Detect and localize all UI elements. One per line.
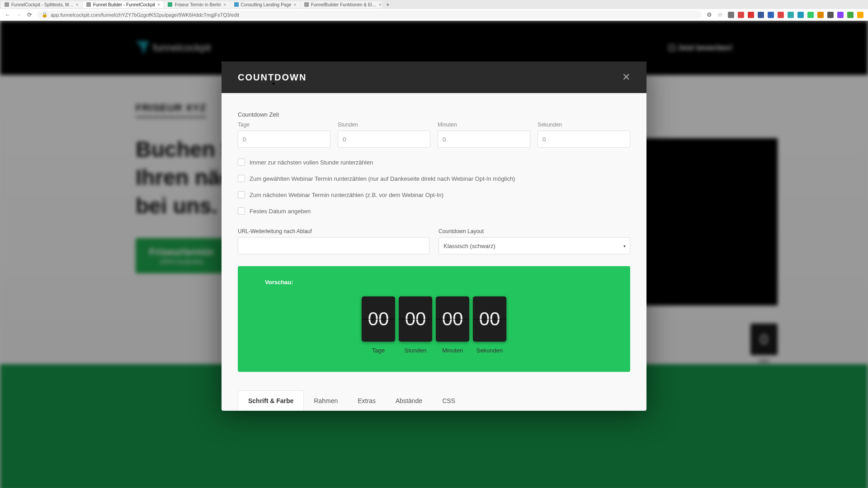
lock-icon: 🔒 <box>42 12 48 18</box>
hours-input[interactable] <box>338 131 430 148</box>
seconds-label: Sekunden <box>538 122 630 128</box>
preview-label: Vorschau: <box>265 279 603 286</box>
countdown-box: 00 <box>362 296 395 342</box>
seconds-input[interactable] <box>538 131 630 148</box>
browser-tab[interactable]: FunnelCockpit - Splittests, M…× <box>1 1 82 8</box>
settings-icon[interactable]: ⚙ <box>706 12 712 18</box>
countdown-value: 00 <box>405 308 426 330</box>
extension-icon[interactable] <box>738 12 744 18</box>
countdown-value: 00 <box>479 308 500 330</box>
favicon-icon <box>234 2 239 7</box>
checkbox-row[interactable]: Zum gewählten Webinar Termin runterzähle… <box>238 175 630 182</box>
close-icon[interactable]: × <box>379 2 382 7</box>
checkbox-row[interactable]: Festes Datum angeben <box>238 207 630 215</box>
reload-button[interactable]: ⟳ <box>26 12 33 18</box>
two-col: URL-Weiterleitung nach Ablauf Countdown … <box>238 228 630 254</box>
cursor-icon: ▾ <box>272 80 275 87</box>
browser-tab[interactable]: Consulting Landing Page× <box>231 1 300 8</box>
layout-label: Countdown Layout <box>439 228 630 235</box>
extension-icon[interactable] <box>857 12 863 18</box>
address-row: ← → ⟳ 🔒 app.funnelcockpit.com/funnel/zhY… <box>0 9 868 21</box>
extensions-row <box>728 12 863 18</box>
checkbox[interactable] <box>238 207 245 215</box>
minutes-label: Minuten <box>438 122 530 128</box>
close-icon[interactable]: × <box>75 2 78 7</box>
url-redirect-input[interactable] <box>238 237 429 254</box>
forward-button[interactable]: → <box>15 12 22 18</box>
countdown-value: 00 <box>442 308 463 330</box>
browser-chrome: FunnelCockpit - Splittests, M…× Funnel B… <box>0 0 868 21</box>
modal-body: ▾ Countdown Zeit Tage Stunden Minuten Se… <box>222 93 646 411</box>
extension-icon[interactable] <box>758 12 764 18</box>
extension-icon[interactable] <box>748 12 754 18</box>
back-button[interactable]: ← <box>5 12 11 18</box>
countdown-item: 00Stunden <box>399 296 432 354</box>
style-tab[interactable]: Extras <box>348 390 386 411</box>
countdown-box: 00 <box>473 296 506 342</box>
browser-tab[interactable]: FunnelBuilder Funktionen & El…× <box>301 1 382 8</box>
close-icon[interactable]: × <box>223 2 226 7</box>
chevron-down-icon: ▾ <box>623 244 626 249</box>
countdown-label: Sekunden <box>473 347 506 354</box>
days-input[interactable] <box>238 131 330 148</box>
section-label: Countdown Zeit <box>238 111 630 118</box>
checkbox-label: Immer zur nächsten vollen Stunde runterz… <box>250 159 373 166</box>
new-tab-button[interactable]: + <box>382 1 393 8</box>
extension-icon[interactable] <box>797 12 804 18</box>
checkbox[interactable] <box>238 175 245 182</box>
countdown-modal: COUNTDOWN ✕ ▾ Countdown Zeit Tage Stunde… <box>222 61 646 411</box>
countdown-row: 00Tage00Stunden00Minuten00Sekunden <box>265 296 603 354</box>
extension-icon[interactable] <box>817 12 824 18</box>
checkbox-label: Zum nächsten Webinar Termin runterzählen… <box>250 192 443 198</box>
minutes-input[interactable] <box>438 131 530 148</box>
extension-icon[interactable] <box>837 12 844 18</box>
url-redirect-label: URL-Weiterleitung nach Ablauf <box>238 228 429 235</box>
extension-icon[interactable] <box>807 12 814 18</box>
close-button[interactable]: ✕ <box>622 71 630 83</box>
tab-title: Friseur Termin in Berlin <box>175 2 221 7</box>
url-text: app.funnelcockpit.com/funnel/zhYZY7bGzgo… <box>51 12 239 18</box>
modal-header: COUNTDOWN ✕ <box>222 61 646 93</box>
countdown-label: Minuten <box>436 347 469 354</box>
extension-icon[interactable] <box>778 12 784 18</box>
checkbox-row[interactable]: Zum nächsten Webinar Termin runterzählen… <box>238 191 630 198</box>
extension-icon[interactable] <box>827 12 834 18</box>
extension-icon[interactable] <box>728 12 734 18</box>
tab-title: FunnelCockpit - Splittests, M… <box>11 2 73 7</box>
extension-icon[interactable] <box>847 12 854 18</box>
countdown-value: 00 <box>368 308 389 330</box>
time-grid: Tage Stunden Minuten Sekunden <box>238 122 630 148</box>
checkbox[interactable] <box>238 159 245 166</box>
star-icon[interactable]: ☆ <box>717 12 723 18</box>
checkbox-label: Zum gewählten Webinar Termin runterzähle… <box>250 175 515 182</box>
checkbox[interactable] <box>238 191 245 198</box>
close-icon[interactable]: × <box>293 2 296 7</box>
extension-icon[interactable] <box>788 12 794 18</box>
style-tab[interactable]: Schrift & Farbe <box>238 390 304 411</box>
favicon-icon <box>86 2 91 7</box>
countdown-item: 00Tage <box>362 296 395 354</box>
style-tab[interactable]: Rahmen <box>304 390 348 411</box>
favicon-icon <box>5 2 9 7</box>
countdown-label: Stunden <box>399 347 432 354</box>
style-tab[interactable]: Abstände <box>386 390 432 411</box>
countdown-item: 00Sekunden <box>473 296 506 354</box>
countdown-label: Tage <box>362 347 395 354</box>
style-tab[interactable]: CSS <box>432 390 465 411</box>
tab-title: Funnel Builder - FunnelCockpit <box>93 2 155 7</box>
extension-icon[interactable] <box>768 12 774 18</box>
layout-select[interactable]: Klassisch (schwarz) ▾ <box>439 237 630 254</box>
preview-panel: Vorschau: 00Tage00Stunden00Minuten00Seku… <box>238 266 630 372</box>
page-wrapper: funnelcockpit Jetzt bewerben! FRISEUR XY… <box>0 21 868 488</box>
browser-tab[interactable]: Friseur Termin in Berlin× <box>164 1 230 8</box>
style-tabs: Schrift & FarbeRahmenExtrasAbständeCSS <box>238 390 630 411</box>
close-icon[interactable]: × <box>157 2 160 7</box>
favicon-icon <box>304 2 309 7</box>
address-bar[interactable]: 🔒 app.funnelcockpit.com/funnel/zhYZY7bGz… <box>37 10 702 19</box>
checkbox-row[interactable]: Immer zur nächsten vollen Stunde runterz… <box>238 159 630 166</box>
hours-label: Stunden <box>338 122 430 128</box>
days-label: Tage <box>238 122 330 128</box>
tab-strip: FunnelCockpit - Splittests, M…× Funnel B… <box>0 0 868 9</box>
browser-tab[interactable]: Funnel Builder - FunnelCockpit× <box>83 1 164 8</box>
tab-title: Consulting Landing Page <box>241 2 292 7</box>
